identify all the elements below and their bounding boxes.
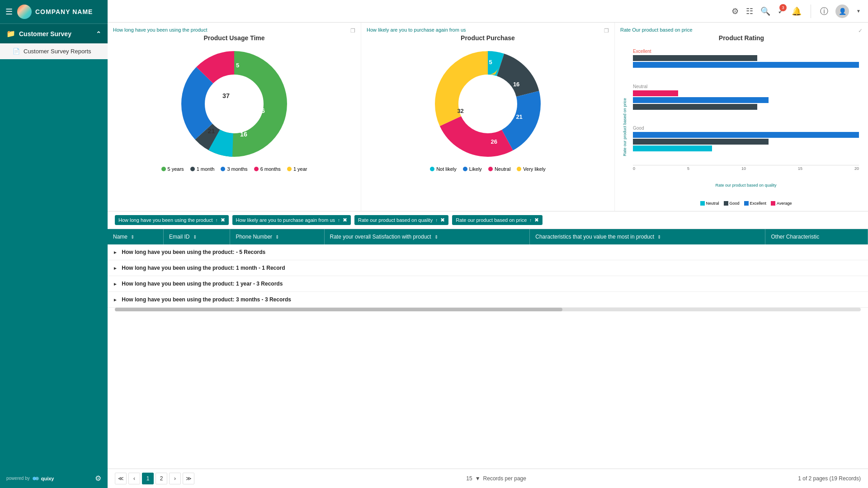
legend-item-3months: 3 months: [221, 166, 247, 172]
bar-row: [633, 90, 859, 96]
legend-swatch: [700, 201, 705, 206]
svg-point-7: [208, 78, 261, 131]
legend-dot: [254, 167, 259, 171]
col-satisfaction[interactable]: Rate your overall Satisfaction with prod…: [324, 229, 530, 244]
legend-item-good: Good: [724, 201, 740, 206]
filter-tag-1[interactable]: How long have you been using the product…: [115, 215, 229, 225]
bar-group-good: Good: [633, 126, 859, 151]
svg-text:5: 5: [249, 89, 253, 97]
search-icon[interactable]: 🔍: [760, 6, 770, 16]
legend-swatch: [744, 201, 749, 206]
filter-tag-2[interactable]: How likely are you to purchase again fro…: [232, 215, 351, 225]
chart1-question: How long have you been using the product: [113, 27, 208, 33]
page-info: 1 of 2 pages (19 Records): [798, 475, 861, 482]
expand-arrow[interactable]: ►: [113, 297, 118, 302]
page-1[interactable]: 1: [142, 473, 154, 484]
sidebar-item-reports[interactable]: 📄 Customer Survey Reports: [0, 43, 108, 59]
chart2-donut: 5 16 21 26 32: [429, 45, 547, 163]
expand-arrow[interactable]: ►: [113, 266, 118, 271]
bar-group-label-good: Good: [633, 126, 859, 131]
bar-row: [633, 55, 859, 61]
legend-label: 1 month: [197, 166, 215, 172]
legend-item-average: Average: [771, 201, 792, 206]
col-phone[interactable]: Phone Number ⇕: [230, 229, 324, 244]
page-last[interactable]: ≫: [183, 473, 194, 484]
chart1-legend: 5 years 1 month 3 months 6 months 1 year: [161, 166, 307, 172]
bar-row: [633, 132, 859, 138]
page-first[interactable]: ≪: [115, 473, 127, 484]
charts-area: How long have you been using the product…: [108, 22, 868, 211]
checkmark-icon[interactable]: ✓ 3: [778, 6, 784, 16]
powered-by: powered by quixy: [6, 474, 54, 483]
company-name: COMPANY NAME: [35, 8, 93, 15]
settings-icon[interactable]: ⚙: [95, 474, 101, 483]
sidebar-section-toggle[interactable]: 📁 Customer Survey ⌃: [0, 24, 108, 43]
legend-item-verylikely: Very likely: [517, 166, 546, 172]
dropdown-icon[interactable]: ▼: [475, 475, 481, 482]
bar-row: [633, 139, 859, 145]
filter-close-1[interactable]: ✖: [221, 217, 225, 223]
legend-item-1year: 1 year: [287, 166, 307, 172]
sidebar-item-label: Customer Survey Reports: [24, 48, 91, 55]
chart2-expand-icon[interactable]: ❐: [604, 28, 609, 34]
legend-dot: [190, 167, 195, 171]
sort-icon-1: ↑: [216, 218, 218, 223]
filter-close-4[interactable]: ✖: [534, 217, 539, 223]
expand-arrow[interactable]: ►: [113, 282, 118, 286]
expand-arrow[interactable]: ►: [113, 250, 118, 255]
grid-icon[interactable]: ☷: [746, 6, 753, 16]
sort-icon: ⇕: [275, 235, 279, 239]
bell-icon[interactable]: 🔔: [792, 6, 802, 16]
legend-item-neutral: Neutral: [488, 166, 510, 172]
filter-tag-text-1: How long have you been using the product: [118, 217, 213, 223]
bar-dark: [633, 55, 757, 61]
chart3-xlabel: Rate our product based on quality: [633, 183, 859, 188]
col-email[interactable]: Email ID ⇕: [164, 229, 230, 244]
chart2-legend: Not likely Likely Neutral Very likely: [430, 166, 546, 172]
chart1-expand-icon[interactable]: ❐: [350, 28, 355, 34]
legend-dot: [430, 167, 434, 171]
svg-text:37: 37: [222, 92, 230, 99]
page-next[interactable]: ›: [169, 473, 181, 484]
legend-item-likely: Likely: [463, 166, 482, 172]
hamburger-icon[interactable]: ☰: [5, 7, 13, 17]
sort-icon: ⇕: [434, 235, 438, 239]
page-2[interactable]: 2: [156, 473, 167, 484]
chart3-expand-icon[interactable]: ✓: [858, 28, 863, 34]
chart3-xaxis: 0 5 10 15 20: [633, 165, 859, 171]
filter-tag-4[interactable]: Rate our product based on price ↑ ✖: [452, 215, 542, 225]
content-wrapper: ⚙ ☷ 🔍 ✓ 3 🔔 ⓘ 👤 ▼ Customer Survey Report…: [108, 0, 868, 488]
page-prev[interactable]: ‹: [128, 473, 140, 484]
filter-close-2[interactable]: ✖: [343, 217, 347, 223]
scrollbar-thumb[interactable]: [115, 308, 562, 311]
table-header-row: Name ⇕ Email ID ⇕ Phone Number ⇕ Rate yo…: [108, 229, 868, 244]
filter-tag-text-2: How likely are you to purchase again fro…: [236, 217, 335, 223]
sort-icon: ⇕: [193, 235, 197, 239]
group-row-cell: ► How long have you been using the produ…: [108, 276, 868, 292]
filter-close-3[interactable]: ✖: [440, 217, 445, 223]
dropdown-arrow[interactable]: ▼: [856, 9, 861, 14]
scrollbar-x[interactable]: [115, 308, 861, 311]
help-icon[interactable]: ⓘ: [820, 6, 828, 17]
group-row-cell: ► How long have you been using the produ…: [108, 244, 868, 260]
col-other[interactable]: Other Characteristic: [765, 229, 868, 244]
legend-item-neutral: Neutral: [700, 201, 719, 206]
table-row: ► How long have you been using the produ…: [108, 292, 868, 308]
legend-label: Neutral: [495, 166, 510, 172]
sidebar-section-label: Customer Survey: [19, 30, 71, 38]
col-name[interactable]: Name ⇕: [108, 229, 164, 244]
col-characteristics[interactable]: Characteristics that you value the most …: [530, 229, 765, 244]
filter-tag-3[interactable]: Rate our product based on quality ↑ ✖: [354, 215, 448, 225]
file-icon: 📄: [13, 48, 20, 55]
bar-teal: [633, 145, 712, 151]
legend-item-notlikely: Not likely: [430, 166, 457, 172]
data-table: Name ⇕ Email ID ⇕ Phone Number ⇕ Rate yo…: [108, 229, 868, 308]
quixy-brand: quixy: [32, 474, 54, 483]
bar-pink: [633, 90, 678, 96]
divider: [811, 5, 811, 18]
gear-icon[interactable]: ⚙: [731, 6, 739, 16]
bar-group-neutral: Neutral: [633, 84, 859, 110]
filter-bar: How long have you been using the product…: [108, 211, 868, 229]
avatar[interactable]: 👤: [835, 5, 849, 18]
notification-badge: 3: [779, 4, 787, 11]
